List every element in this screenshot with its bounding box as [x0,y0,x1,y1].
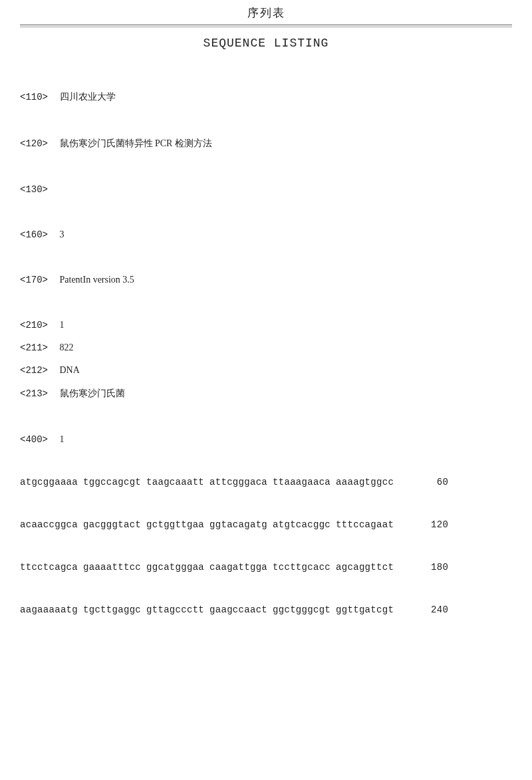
sequence-block: atgcggaaaa tggccagcgt taagcaaatt attcggg… [20,477,512,615]
entry-120: <120> 鼠伤寒沙门氏菌特异性 PCR 检测方法 [20,138,512,150]
seq-group: ttcctcagca [20,562,78,573]
entry-tag: <212> [20,365,57,376]
sequence-groups: atgcggaaaa tggccagcgt taagcaaatt attcggg… [20,477,394,487]
seq-group: ggctgggcgt [273,604,331,615]
entry-value: DNA [60,365,80,375]
seq-group: acaaccggca [20,519,78,530]
page: 序列表 SEQUENCE LISTING <110> 四川农业大学 <120> … [0,0,532,642]
seq-group: atgtcacggc [273,519,331,530]
page-title-cn: 序列表 [20,0,512,25]
seq-group: ttaaagaaca [273,477,331,487]
entry-tag: <160> [20,229,57,240]
seq-group: gaaaatttcc [83,562,141,573]
sequence-groups: acaaccggca gacgggtact gctggttgaa ggtacag… [20,519,394,530]
entry-tag: <213> [20,388,57,399]
entry-400: <400> 1 [20,434,512,445]
sequence-groups: ttcctcagca gaaaatttcc ggcatgggaa caagatt… [20,562,394,573]
entry-value: 鼠伤寒沙门氏菌 [60,388,125,398]
entry-110: <110> 四川农业大学 [20,91,512,103]
entry-value: 1 [60,434,65,444]
entry-212: <212> DNA [20,365,512,376]
seq-group: tggccagcgt [83,477,141,487]
entry-value: 鼠伤寒沙门氏菌特异性 PCR 检测方法 [60,138,212,148]
seq-group: attcgggaca [209,477,267,487]
seq-group: taagcaaatt [146,477,204,487]
sequence-row: atgcggaaaa tggccagcgt taagcaaatt attcggg… [20,477,512,487]
entry-value: 822 [60,342,74,352]
seq-group: tgcttgaggc [83,604,141,615]
entry-170: <170> PatentIn version 3.5 [20,275,512,285]
seq-group: aaaagtggcc [336,477,394,487]
entry-value: 3 [60,229,65,239]
seq-group: caagattgga [209,562,267,573]
seq-group: ggttgatcgt [336,604,394,615]
entry-value: 1 [60,320,65,330]
entry-tag: <130> [20,184,57,195]
entry-tag: <120> [20,138,57,149]
entry-tag: <400> [20,434,57,445]
sequence-position: 240 [422,604,448,615]
sequence-position: 120 [422,519,448,530]
seq-group: gttagccctt [146,604,204,615]
entry-130: <130> [20,184,512,195]
seq-group: ggtacagatg [209,519,267,530]
entry-tag: <110> [20,92,57,102]
seq-group: agcaggttct [336,562,394,573]
entry-213: <213> 鼠伤寒沙门氏菌 [20,388,512,400]
entry-value: PatentIn version 3.5 [60,275,134,285]
entry-tag: <211> [20,342,57,353]
seq-group: gacgggtact [83,519,141,530]
seq-group: gctggttgaa [146,519,204,530]
entry-tag: <210> [20,320,57,330]
sequence-position: 180 [422,562,448,573]
sequence-row: ttcctcagca gaaaatttcc ggcatgggaa caagatt… [20,562,512,573]
sequence-row: aagaaaaatg tgcttgaggc gttagccctt gaagcca… [20,604,512,615]
entry-160: <160> 3 [20,229,512,240]
seq-group: aagaaaaatg [20,604,78,615]
seq-group: tttccagaat [336,519,394,530]
sequence-position: 60 [422,477,448,487]
entry-tag: <170> [20,275,57,285]
seq-group: gaagccaact [209,604,267,615]
divider-top [20,25,512,25]
entry-value: 四川农业大学 [60,92,116,102]
entry-211: <211> 822 [20,342,512,353]
sequence-groups: aagaaaaatg tgcttgaggc gttagccctt gaagcca… [20,604,394,615]
seq-group: atgcggaaaa [20,477,78,487]
sequence-row: acaaccggca gacgggtact gctggttgaa ggtacag… [20,519,512,530]
page-title-en: SEQUENCE LISTING [20,27,512,50]
seq-group: tccttgcacc [273,562,331,573]
seq-group: ggcatgggaa [146,562,204,573]
entry-210: <210> 1 [20,320,512,330]
